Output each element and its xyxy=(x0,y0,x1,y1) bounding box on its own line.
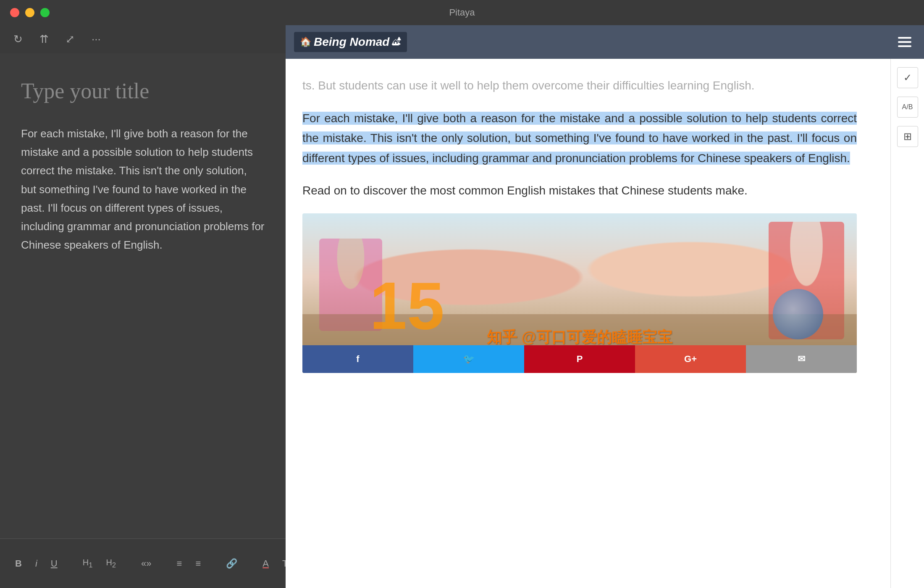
article-read-on: Read on to discover the most common Engl… xyxy=(302,181,857,201)
quote-button[interactable]: «» xyxy=(139,556,154,571)
title-bar: Pitaya xyxy=(0,0,924,25)
social-bar-overlay: f 🐦 P G+ ✉ xyxy=(302,345,857,373)
watermark-text: 知乎 @可口可爱的瞌睡宝宝 xyxy=(487,327,672,348)
list-ol-button[interactable]: ≡ xyxy=(193,556,203,571)
pinterest-icon: P xyxy=(577,354,583,365)
article-highlighted-paragraph: For each mistake, I'll give both a reaso… xyxy=(302,108,857,168)
logo-icon-right: 🏕 xyxy=(392,37,401,47)
browser-nav: 🏠 Being Nomad 🏕 xyxy=(286,25,924,59)
more-icon[interactable]: ··· xyxy=(92,33,101,46)
text-color-button[interactable]: A xyxy=(260,556,271,571)
maximize-button[interactable] xyxy=(40,8,50,17)
browser-logo: 🏠 Being Nomad 🏕 xyxy=(294,32,407,52)
intro-text-partial: ts. But students can use it well to help… xyxy=(302,79,754,92)
hamburger-line-2 xyxy=(898,41,911,43)
article-image: 15 知乎 @可口可爱的瞌睡宝宝 f 🐦 xyxy=(302,213,857,373)
refresh-icon[interactable]: ↻ xyxy=(13,33,23,46)
email-icon: ✉ xyxy=(798,354,805,365)
editor-title-placeholder[interactable]: Type your title xyxy=(21,79,265,103)
editor-panel: ↻ ⇈ ⤢ ··· Type your title For each mista… xyxy=(0,25,286,588)
list-ul-button[interactable]: ≡ xyxy=(174,556,185,571)
facebook-share-button[interactable]: f xyxy=(302,345,413,373)
window-title: Pitaya xyxy=(449,7,475,18)
main-area: ↻ ⇈ ⤢ ··· Type your title For each mista… xyxy=(0,25,924,588)
close-button[interactable] xyxy=(10,8,19,17)
formatting-bar: B i U H1 H2 «» ≡ ≡ 🔗 A T T ⬜ ⊙ 57 单词 ▾ xyxy=(0,538,286,588)
h1-button[interactable]: H1 xyxy=(80,556,95,571)
share-icon[interactable]: ⇈ xyxy=(39,33,49,46)
twitter-icon: 🐦 xyxy=(463,354,475,365)
editor-toolbar: ↻ ⇈ ⤢ ··· xyxy=(0,25,286,53)
number-overlay: 15 xyxy=(370,272,444,339)
email-share-button[interactable]: ✉ xyxy=(746,345,857,373)
browser-body: ts. But students can use it well to help… xyxy=(286,59,924,588)
hamburger-line-3 xyxy=(898,45,911,47)
pinterest-share-button[interactable]: P xyxy=(524,345,635,373)
italic-button[interactable]: i xyxy=(33,556,40,571)
editor-body-text[interactable]: For each mistake, I'll give both a reaso… xyxy=(21,124,265,254)
expand-icon[interactable]: ⤢ xyxy=(66,33,75,46)
highlighted-text: For each mistake, I'll give both a reaso… xyxy=(302,112,857,165)
twitter-share-button[interactable]: 🐦 xyxy=(413,345,524,373)
social-share-bar: f 🐦 P G+ ✉ xyxy=(302,345,857,373)
sidebar-grid-button[interactable]: ⊞ xyxy=(897,126,918,147)
article-content: ts. But students can use it well to help… xyxy=(286,59,890,588)
sidebar-check-button[interactable]: ✓ xyxy=(897,67,918,88)
gplus-share-button[interactable]: G+ xyxy=(635,345,746,373)
facebook-icon: f xyxy=(356,354,359,365)
traffic-lights xyxy=(10,8,50,17)
hamburger-button[interactable] xyxy=(894,33,916,51)
gplus-icon: G+ xyxy=(684,354,697,365)
logo-text: Being Nomad xyxy=(314,35,389,49)
photo-globe xyxy=(773,289,823,339)
h2-button[interactable]: H2 xyxy=(103,556,118,571)
grid-icon: ⊞ xyxy=(903,131,912,142)
check-icon: ✓ xyxy=(903,72,912,84)
article-intro: ts. But students can use it well to help… xyxy=(302,76,857,96)
hamburger-line-1 xyxy=(898,37,911,39)
logo-icon-left: 🏠 xyxy=(300,37,311,47)
editor-content[interactable]: Type your title For each mistake, I'll g… xyxy=(0,53,286,538)
bold-button[interactable]: B xyxy=(13,556,24,571)
formula-icon: A/B xyxy=(902,103,913,111)
sidebar-formula-button[interactable]: A/B xyxy=(897,97,918,118)
link-button[interactable]: 🔗 xyxy=(223,556,240,571)
underline-button[interactable]: U xyxy=(48,556,60,571)
browser-panel: 🏠 Being Nomad 🏕 ts. But students can use… xyxy=(286,25,924,588)
minimize-button[interactable] xyxy=(25,8,34,17)
right-sidebar: ✓ A/B ⊞ xyxy=(890,59,924,588)
